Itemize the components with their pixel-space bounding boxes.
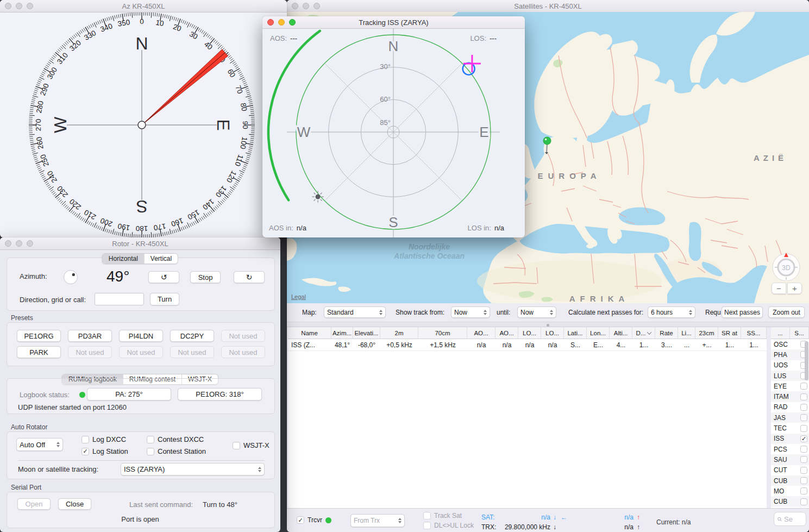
from-trx-select[interactable]: From Trx [350,514,405,527]
column-header-10[interactable]: Lon... [587,327,610,339]
satlist-header-1[interactable]: S... [790,327,809,339]
map-zoom-out-button[interactable]: − [772,283,786,294]
column-header-13[interactable]: Rate [655,327,678,339]
satellite-list-item[interactable]: CUB [771,496,809,506]
column-header-4[interactable]: 70cm [418,327,467,339]
zoom-button[interactable] [289,19,296,26]
satellite-list-item[interactable]: ISS✓ [771,434,809,444]
satellite-list-item[interactable]: LUS [771,371,809,381]
column-header-14[interactable]: Li... [678,327,695,339]
tracking-titlebar[interactable]: Tracking ISS (ZARYA) [262,16,525,29]
preset-button-unused[interactable]: Not used [221,330,265,342]
satellite-checkbox[interactable] [800,425,807,432]
satellites-titlebar[interactable]: Satellites - KR-450XL [287,0,809,12]
track-until-select[interactable]: Now [517,306,556,318]
satellite-checkbox[interactable] [800,404,807,411]
column-header-9[interactable]: Lati... [564,327,587,339]
rotor-titlebar[interactable]: Rotor - KR-450XL [0,237,280,250]
satellite-checkbox[interactable] [800,498,807,505]
satellite-list-item[interactable]: RAD [771,402,809,412]
satellite-list-item[interactable]: PHA [771,349,809,360]
satellite-list-item[interactable]: MO [771,486,809,496]
satellite-list-item[interactable]: OSC [771,339,809,349]
column-header-2[interactable]: Elevati... [353,327,380,339]
satellites-table[interactable]: NameAzim...Elevati...2m70cmAO...AO...LO.… [288,327,767,508]
auto-mode-select[interactable]: Auto Off [16,438,63,451]
track-from-select[interactable]: Now [451,306,490,318]
satellite-list-item[interactable]: CUB [771,475,809,486]
zoom-button[interactable] [313,3,320,9]
column-header-3[interactable]: 2m [380,327,418,339]
tab-horizontal[interactable]: Horizontal [103,254,144,264]
column-header-16[interactable]: SR at [718,327,741,339]
column-header-11[interactable]: Alti... [610,327,632,339]
satlist-header-0[interactable]: ... [771,327,790,339]
satellite-list-item[interactable]: JAS [771,412,809,423]
pe1org-heading-button[interactable]: PE1ORG: 318° [178,388,262,400]
preset-button-park[interactable]: PARK [17,346,61,358]
satellite-list-item[interactable]: CUT [771,465,809,475]
zoom-button[interactable] [27,240,33,247]
trcvr-checkbox[interactable]: ✓ Trcvr [297,516,331,524]
satellite-checkbox[interactable] [800,467,807,474]
splitter-handle[interactable] [287,322,809,327]
scrollbar-thumb[interactable] [805,341,808,380]
column-header-7[interactable]: LO... [518,327,541,339]
search-field[interactable] [774,512,806,526]
close-button[interactable] [267,19,274,26]
preset-button-unused[interactable]: Not used [221,346,265,358]
rotate-cw-button[interactable]: ↻ [234,271,265,283]
satellite-list-item[interactable]: TEC [771,423,809,433]
preset-button-dc2py[interactable]: DC2PY [170,330,214,342]
map-zoom-in-button[interactable]: + [787,283,802,294]
satellite-checkbox[interactable] [800,383,807,390]
satellite-checkbox[interactable] [800,446,807,453]
satellite-checkbox[interactable] [800,456,807,463]
map-type-select[interactable]: Standard [324,306,386,318]
next-passes-button[interactable]: Next passes [722,306,763,318]
stop-button[interactable]: Stop [190,271,221,283]
column-header-0[interactable]: Name [288,327,331,339]
satellite-list-item[interactable]: UOS [771,360,809,371]
search-input[interactable] [784,515,802,523]
rotate-ccw-button[interactable]: ↺ [148,271,179,283]
satellite-checkbox[interactable]: ✓ [800,435,807,442]
preset-button-pi4ldn[interactable]: PI4LDN [119,330,163,342]
az-titlebar[interactable]: Az KR-450XL [0,0,287,12]
zoom-out-button[interactable]: Zoom out [768,306,805,318]
legal-link[interactable]: Legal [291,293,306,300]
checkbox-log-dxcc[interactable]: Log DXCC [81,435,126,443]
minimize-button[interactable] [278,19,285,26]
plane-tabs[interactable]: HorizontalVertical [102,253,178,264]
preset-button-unused[interactable]: Not used [119,346,163,358]
close-button[interactable] [5,240,11,247]
preset-button-pe1org[interactable]: PE1ORG [17,330,61,342]
checkbox-contest-station[interactable]: Contest Station [147,447,206,455]
minimize-button[interactable] [16,240,22,247]
satellite-checkbox[interactable] [800,487,807,495]
preset-button-unused[interactable]: Not used [68,346,112,358]
satellite-list-item[interactable]: PCS [771,444,809,454]
tab-vertical[interactable]: Vertical [144,254,178,264]
dl-ul-lock-checkbox[interactable]: DL<>UL Lock [423,522,474,529]
direction-input[interactable] [95,293,144,305]
checkbox-contest-dxcc[interactable]: Contest DXCC [147,435,204,443]
checkbox-wsjt-x[interactable]: WSJT-X [233,441,269,449]
satellite-list-item[interactable]: SAU [771,454,809,465]
minimize-button[interactable] [16,3,22,9]
minimize-button[interactable] [303,3,309,9]
satellite-list-panel[interactable]: ...S... OSCPHAUOSLUSEYEITAMRADJASTECISS✓… [771,327,809,508]
preset-button-unused[interactable]: Not used [170,346,214,358]
map-3d-control[interactable]: 3D [772,252,801,281]
turn-button[interactable]: Turn [150,293,179,305]
passes-window-select[interactable]: 6 hours [648,306,695,318]
preset-button-pd3ar[interactable]: PD3AR [68,330,112,342]
zoom-button[interactable] [27,3,33,9]
column-header-15[interactable]: 23cm [695,327,718,339]
track-sat-checkbox[interactable]: Track Sat [423,512,462,520]
close-button[interactable] [5,3,11,9]
column-header-5[interactable]: AO... [467,327,496,339]
satellite-checkbox[interactable] [800,414,807,421]
close-button[interactable] [292,3,298,9]
satellite-list-item[interactable]: ITAM [771,391,809,402]
